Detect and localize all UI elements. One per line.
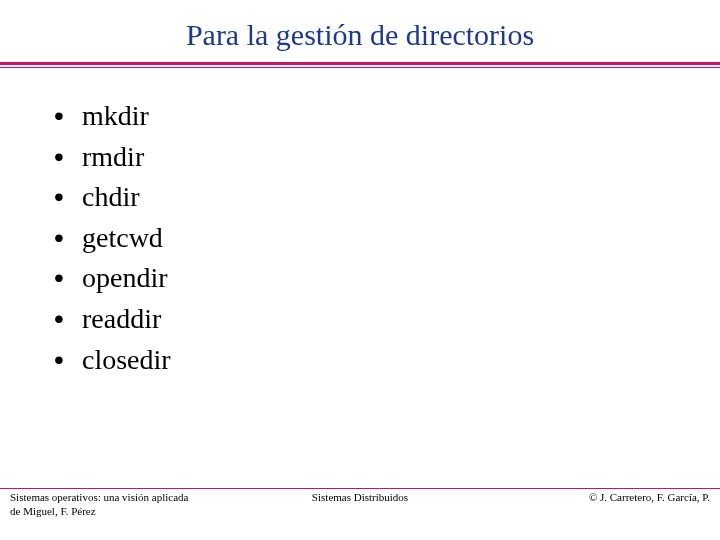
list-item-text: mkdir [82,96,149,137]
list-item: • mkdir [54,96,720,137]
bullet-list: • mkdir • rmdir • chdir • getcwd • opend… [0,68,720,380]
bullet-icon: • [54,218,82,259]
bullet-icon: • [54,96,82,137]
slide-title: Para la gestión de directorios [0,0,720,62]
list-item-text: rmdir [82,137,144,178]
bullet-icon: • [54,299,82,340]
footer-center: Sistemas Distribuidos [312,491,408,503]
footer: Sistemas operativos: una visión aplicada… [0,488,720,528]
bullet-icon: • [54,258,82,299]
footer-rule [0,488,720,489]
list-item-text: getcwd [82,218,163,259]
list-item-text: readdir [82,299,161,340]
title-rule-thick [0,62,720,65]
footer-left-line1: Sistemas operativos: una visión aplicada [10,491,188,505]
footer-left-line2: de Miguel, F. Pérez [10,505,188,519]
list-item-text: closedir [82,340,171,381]
list-item: • opendir [54,258,720,299]
footer-right: © J. Carretero, F. García, P. [589,491,710,503]
list-item-text: opendir [82,258,168,299]
bullet-icon: • [54,177,82,218]
list-item: • getcwd [54,218,720,259]
list-item: • rmdir [54,137,720,178]
list-item: • closedir [54,340,720,381]
list-item: • readdir [54,299,720,340]
slide: Para la gestión de directorios • mkdir •… [0,0,720,540]
list-item: • chdir [54,177,720,218]
footer-left: Sistemas operativos: una visión aplicada… [10,491,188,519]
bullet-icon: • [54,340,82,381]
bullet-icon: • [54,137,82,178]
list-item-text: chdir [82,177,140,218]
